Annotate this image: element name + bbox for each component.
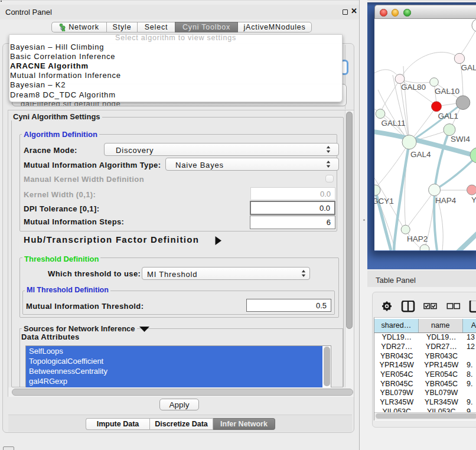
svg-text:GCY1: GCY1 (374, 197, 394, 206)
svg-text:Y: Y (471, 195, 476, 204)
svg-text:GAL4: GAL4 (410, 150, 431, 159)
svg-text:GAL1: GAL1 (438, 112, 459, 120)
svg-text:GAL2: GAL2 (461, 63, 476, 72)
svg-text:HAP4: HAP4 (435, 196, 457, 205)
svg-text:HAP2: HAP2 (407, 234, 428, 243)
svg-text:SWI4: SWI4 (451, 135, 470, 144)
svg-text:GAL11: GAL11 (382, 119, 406, 128)
svg-text:GAL10: GAL10 (435, 87, 459, 96)
svg-text:GAL80: GAL80 (401, 83, 426, 92)
